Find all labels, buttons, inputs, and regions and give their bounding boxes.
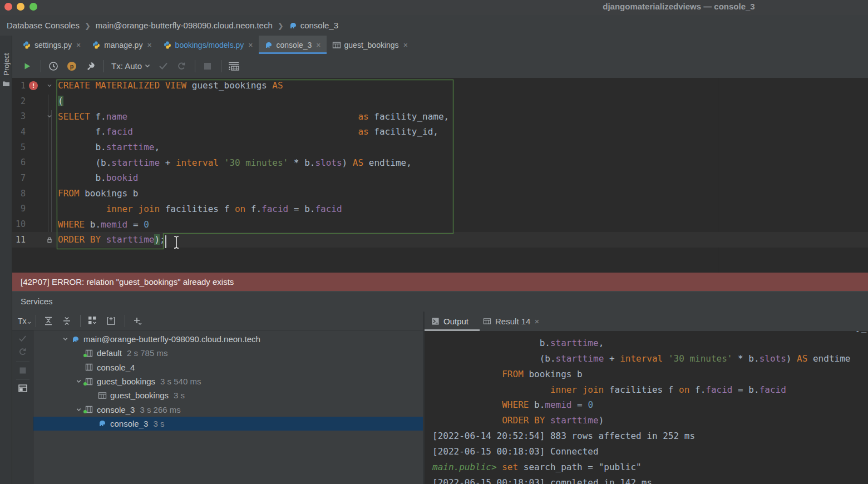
tx-mode-dropdown[interactable]: Tx: Auto xyxy=(111,61,150,71)
output-line: FROM bookings b xyxy=(432,369,868,384)
close-tab-icon[interactable]: × xyxy=(403,41,408,49)
code-line-6[interactable]: 6 (b.starttime + interval '30 minutes' *… xyxy=(12,155,868,170)
sql-editor[interactable]: 1!CREATE MATERIALIZED VIEW guest_booking… xyxy=(12,78,868,273)
console-settings-button[interactable] xyxy=(83,59,97,73)
tab-settings-py[interactable]: settings.py× xyxy=(17,36,86,54)
tree-row-main-orange-butterfly-098090-cloud-neon-tech[interactable]: main@orange-butterfly-098090.cloud.neon.… xyxy=(33,332,423,346)
line-number: 10 xyxy=(14,219,26,229)
tree-row-default[interactable]: default2 s 785 ms xyxy=(33,346,423,360)
rollback-button[interactable] xyxy=(174,59,189,73)
code-line-9[interactable]: 9 inner join facilities f on f.facid = b… xyxy=(12,201,868,217)
close-tab-icon[interactable]: × xyxy=(147,41,151,49)
minimize-window-button[interactable] xyxy=(17,3,24,11)
tab-manage-py[interactable]: manage.py× xyxy=(86,36,157,54)
breadcrumb-console[interactable]: console_3 xyxy=(289,21,338,30)
close-tab-icon[interactable]: × xyxy=(76,41,81,49)
dialect-badge-icon[interactable]: p xyxy=(65,59,79,73)
output-tab-bar: OutputResult 14× xyxy=(425,312,868,331)
execute-button[interactable] xyxy=(20,59,34,73)
tree-row-console-4[interactable]: console_4 xyxy=(33,360,423,374)
commit-icon[interactable] xyxy=(18,335,27,342)
line-number: 1 xyxy=(14,81,26,91)
editor-tab-bar: settings.py×manage.py×bookings/models.py… xyxy=(12,36,868,54)
error-banner: [42P07] ERROR: relation "guest_bookings"… xyxy=(12,273,868,291)
code-line-1[interactable]: 1!CREATE MATERIALIZED VIEW guest_booking… xyxy=(12,78,868,93)
add-datasource-button[interactable] xyxy=(130,314,145,328)
postgres-icon xyxy=(264,41,273,50)
tab-label: Output xyxy=(443,317,468,326)
fold-marker-icon[interactable] xyxy=(46,112,53,120)
title-bar: djangomaterializedviews — console_3 xyxy=(0,0,868,15)
code-line-2[interactable]: 2( xyxy=(12,93,868,109)
code-line-10[interactable]: 10WHERE b.memid = 0 xyxy=(12,216,868,232)
query-history-button[interactable] xyxy=(46,59,61,73)
expand-all-button[interactable] xyxy=(41,314,56,328)
code-line-11[interactable]: 11ORDER BY starttime); xyxy=(12,232,868,248)
line-number: 3 xyxy=(14,111,26,121)
code-line-7[interactable]: 7 b.bookid xyxy=(12,170,868,186)
tab-result-14[interactable]: Result 14× xyxy=(483,317,539,326)
code-text: inner join facilities f on f.facid = b.f… xyxy=(58,204,342,214)
tree-row-console-3[interactable]: console_33 s 266 ms xyxy=(33,402,423,416)
services-panel-header[interactable]: Services xyxy=(12,291,868,312)
close-tab-icon[interactable]: × xyxy=(248,41,253,49)
breadcrumb-database-consoles[interactable]: Database Consoles xyxy=(7,21,80,30)
line-number: 8 xyxy=(14,189,26,199)
breadcrumb-datasource[interactable]: main@orange-butterfly-098090.cloud.neon.… xyxy=(96,21,273,30)
group-by-button[interactable] xyxy=(86,314,100,328)
rollback-icon[interactable] xyxy=(18,347,27,357)
line-number: 11 xyxy=(14,235,26,245)
tab-output[interactable]: Output xyxy=(431,317,468,326)
tab-label: console_3 xyxy=(277,41,312,50)
maximize-window-button[interactable] xyxy=(29,3,37,11)
code-text: FROM bookings b xyxy=(58,188,139,199)
chevron-down-icon xyxy=(75,377,83,386)
svg-text:p: p xyxy=(70,63,74,70)
code-text: ORDER BY starttime); xyxy=(58,234,165,245)
python-icon xyxy=(92,41,101,50)
commit-button[interactable] xyxy=(156,59,170,73)
output-line: ORDER BY starttime) xyxy=(432,415,868,431)
tx-toggle-button[interactable]: Tx xyxy=(18,317,31,325)
tab-guest-bookings[interactable]: guest_bookings× xyxy=(327,36,413,54)
window-title: djangomaterializedviews — console_3 xyxy=(534,2,823,11)
close-tab-icon[interactable]: × xyxy=(534,317,539,326)
new-group-button[interactable] xyxy=(104,314,119,328)
tree-row-guest-bookings[interactable]: guest_bookings3 s xyxy=(33,388,423,402)
tab-console-3[interactable]: console_3× xyxy=(259,36,327,54)
code-line-5[interactable]: 5 b.starttime, xyxy=(12,140,868,155)
restore-layout-icon[interactable] xyxy=(18,384,27,392)
view-options-icon[interactable] xyxy=(226,59,241,73)
error-gutter-icon[interactable]: ! xyxy=(29,81,38,90)
project-tool-button[interactable]: Project xyxy=(2,48,11,81)
breadcrumb-separator: ❯ xyxy=(85,22,91,30)
output-line: [2022-06-15 00:18:03] completed in 142 m… xyxy=(432,477,868,484)
fold-marker-icon[interactable] xyxy=(46,82,53,90)
code-text: CREATE MATERIALIZED VIEW guest_bookings … xyxy=(58,80,283,91)
materialized-view-icon xyxy=(98,391,107,400)
text-caret xyxy=(165,235,166,248)
folder-icon[interactable] xyxy=(2,80,10,87)
close-window-button[interactable] xyxy=(4,3,12,11)
line-number: 2 xyxy=(14,96,26,106)
tree-row-duration: 2 s 785 ms xyxy=(127,348,167,358)
close-tab-icon[interactable]: × xyxy=(316,41,320,49)
tab-bookings-models-py[interactable]: bookings/models.py× xyxy=(157,36,259,54)
tree-row-guest-bookings[interactable]: guest_bookings3 s 540 ms xyxy=(33,374,423,388)
python-icon xyxy=(163,41,172,50)
line-number: 9 xyxy=(14,204,26,214)
tree-row-console-3[interactable]: console_33 s xyxy=(33,417,423,431)
tree-row-duration: 3 s xyxy=(153,419,164,428)
code-line-8[interactable]: 8FROM bookings b xyxy=(12,186,868,201)
output-console[interactable]: f.facid as facility_id, b.starttime, (b.… xyxy=(425,331,868,484)
stop-button[interactable] xyxy=(200,59,215,73)
collapse-all-button[interactable] xyxy=(60,314,74,328)
session-icon xyxy=(85,363,93,372)
code-line-4[interactable]: 4 f.facid as facility_id, xyxy=(12,124,868,140)
code-line-3[interactable]: 3SELECT f.name as facility_name, xyxy=(12,108,868,124)
output-line: [2022-06-14 20:52:54] 883 rows affected … xyxy=(432,431,868,446)
console-icon xyxy=(431,317,440,325)
ide-window: djangomaterializedviews — console_3 Data… xyxy=(0,0,868,484)
stop-icon[interactable] xyxy=(19,367,26,374)
output-line: [2022-06-15 00:18:03] Connected xyxy=(432,446,868,462)
